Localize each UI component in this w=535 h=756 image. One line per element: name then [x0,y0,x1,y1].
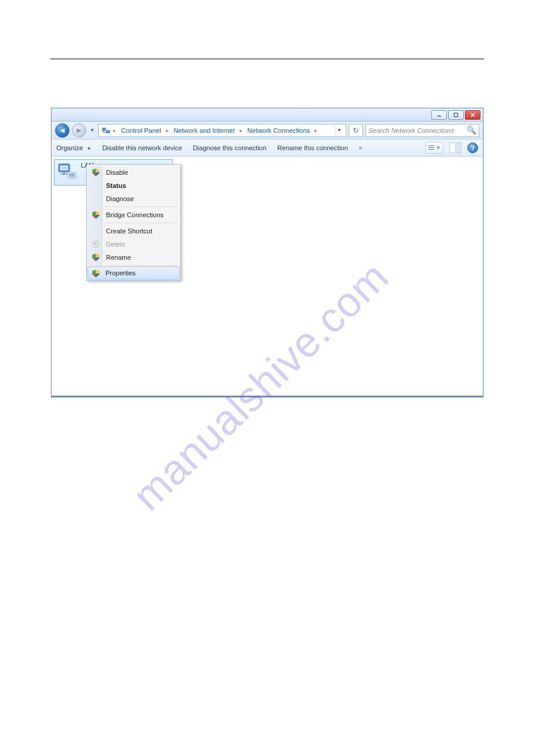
ctx-diagnose[interactable]: Diagnose [88,192,179,205]
chevron-right-icon: ▸ [238,127,244,133]
page-divider [50,59,484,59]
maximize-button[interactable] [448,110,464,120]
svg-rect-9 [60,165,68,171]
delete-disabled-icon [92,240,100,248]
ctx-rename[interactable]: Rename [88,251,179,264]
disable-device-button[interactable]: Disable this network device [102,144,182,151]
ctx-rename-label: Rename [106,254,131,261]
arrow-right-icon: ► [75,126,83,135]
chevron-down-icon: ▼ [436,145,440,150]
network-connections-icon [101,126,111,135]
ctx-disable[interactable]: Disable [88,166,179,179]
chevron-right-icon: ▸ [112,127,117,133]
breadcrumb-bar[interactable]: ▸ Control Panel ▸ Network and Internet ▸… [98,124,346,137]
ctx-diagnose-label: Diagnose [106,195,134,202]
search-input[interactable]: Search Network Connections 🔍 [365,124,479,137]
svg-rect-11 [61,174,68,175]
rename-connection-button[interactable]: Rename this connection [277,144,348,151]
window-bottom-border [52,396,483,397]
ctx-delete: Delete [88,238,179,251]
svg-rect-1 [454,113,458,117]
refresh-icon: ↻ [353,126,359,135]
shield-icon [92,253,100,262]
ctx-status-label: Status [106,182,126,189]
shield-icon [92,168,100,177]
nav-back-button[interactable]: ◄ [55,123,69,138]
address-bar: ◄ ► ▼ ▸ Control Panel ▸ Network and Inte… [52,122,483,139]
ctx-delete-label: Delete [106,241,125,248]
ctx-bridge-label: Bridge Connections [106,211,164,218]
context-menu-separator [105,207,178,207]
breadcrumb-network-internet[interactable]: Network and Internet [171,126,237,135]
svg-rect-13 [69,174,75,175]
close-icon [470,112,476,118]
svg-rect-4 [102,128,105,130]
ctx-status[interactable]: Status [88,179,179,192]
command-toolbar: Organize ▼ Disable this network device D… [52,139,483,156]
pane-left-icon [450,143,456,153]
ctx-disable-label: Disable [106,169,128,176]
preview-pane-button[interactable] [449,142,461,153]
context-menu-separator [105,265,178,266]
list-view-icon [428,145,434,151]
breadcrumb-network-connections[interactable]: Network Connections [245,126,313,135]
maximize-icon [453,112,459,118]
toolbar-right-group: ▼ ? [425,142,478,154]
svg-rect-14 [69,175,75,177]
arrow-left-icon: ◄ [59,126,67,135]
minimize-button[interactable] [431,110,447,120]
context-menu-separator [105,223,178,223]
minimize-icon [436,112,442,118]
window-titlebar [52,108,483,122]
chevron-down-icon: ▼ [87,146,92,151]
ctx-properties-label: Properties [105,269,135,277]
help-icon: ? [471,144,475,151]
toolbar-overflow[interactable]: » [359,144,362,151]
breadcrumb-control-panel[interactable]: Control Panel [119,126,164,135]
refresh-button[interactable]: ↻ [349,124,363,137]
ctx-shortcut[interactable]: Create Shortcut [88,224,179,238]
nav-history-dropdown[interactable]: ▼ [89,125,96,136]
pane-right-icon [456,143,461,153]
breadcrumb-dropdown[interactable]: ▼ [335,124,343,137]
content-area[interactable]: LAN Disable Status Diagnose Bridge Conne… [52,156,483,396]
svg-rect-10 [63,172,65,174]
organize-label: Organize [56,144,83,151]
search-placeholder: Search Network Connections [368,127,454,134]
organize-menu[interactable]: Organize ▼ [56,144,92,151]
ctx-bridge[interactable]: Bridge Connections [88,208,179,221]
view-options-button[interactable]: ▼ [425,142,443,154]
chevron-right-icon: ▸ [165,127,170,133]
search-icon: 🔍 [467,126,476,135]
close-button[interactable] [465,110,480,120]
ctx-shortcut-label: Create Shortcut [106,227,152,235]
ctx-properties[interactable]: Properties [87,266,180,280]
explorer-window: ◄ ► ▼ ▸ Control Panel ▸ Network and Inte… [51,108,483,397]
nav-forward-button[interactable]: ► [72,123,86,138]
chevron-right-icon: ▸ [313,127,319,133]
context-menu: Disable Status Diagnose Bridge Connectio… [86,164,181,281]
diagnose-connection-button[interactable]: Diagnose this connection [193,144,267,151]
network-adapter-icon [57,162,77,182]
shield-icon [92,269,100,278]
help-button[interactable]: ? [467,142,478,153]
shield-icon [92,211,100,219]
